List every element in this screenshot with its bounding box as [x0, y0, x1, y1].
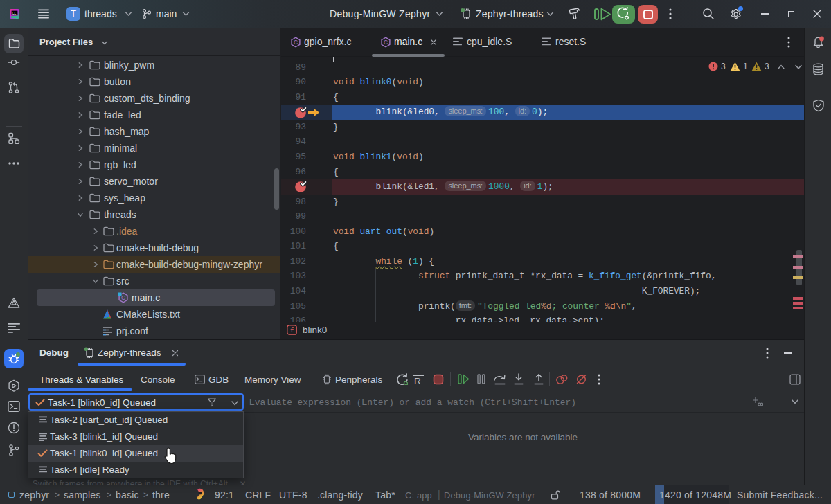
- svg-text:CL: CL: [12, 12, 16, 15]
- svg-text:C: C: [121, 294, 125, 301]
- svg-text:C: C: [294, 39, 298, 46]
- svg-text:f: f: [290, 327, 294, 334]
- svg-text:C: C: [384, 39, 388, 46]
